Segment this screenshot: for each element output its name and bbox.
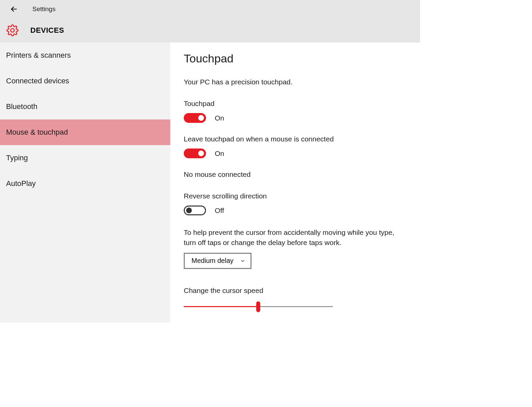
- cursor-speed-slider[interactable]: [184, 303, 333, 311]
- sidebar-item-printers-scanners[interactable]: Printers & scanners: [0, 43, 170, 68]
- header-sub-row: DEVICES: [0, 18, 420, 43]
- content-pane: Touchpad Your PC has a precision touchpa…: [170, 43, 420, 323]
- sidebar-item-label: Connected devices: [6, 77, 69, 85]
- sidebar-item-label: Mouse & touchpad: [6, 128, 68, 137]
- back-button[interactable]: [8, 3, 20, 15]
- touchpad-toggle-label: Touchpad: [184, 100, 403, 108]
- tap-delay-help-text: To help prevent the cursor from accident…: [184, 227, 403, 248]
- touchpad-toggle-row: On: [184, 113, 403, 123]
- sidebar-item-bluetooth[interactable]: Bluetooth: [0, 94, 170, 119]
- reverse-scroll-toggle-label: Reverse scrolling direction: [184, 192, 403, 200]
- slider-track-filled: [184, 306, 258, 307]
- section-title: DEVICES: [30, 26, 64, 35]
- reverse-scroll-toggle-state: Off: [215, 207, 224, 215]
- toggle-knob: [198, 115, 204, 121]
- body-container: Printers & scanners Connected devices Bl…: [0, 43, 420, 323]
- page-subheading: Your PC has a precision touchpad.: [184, 78, 403, 86]
- tap-delay-dropdown[interactable]: Medium delay: [184, 253, 252, 269]
- sidebar-item-label: Bluetooth: [6, 102, 37, 111]
- sidebar: Printers & scanners Connected devices Bl…: [0, 43, 170, 323]
- leave-on-toggle-state: On: [215, 150, 224, 158]
- reverse-scroll-toggle-row: Off: [184, 206, 403, 215]
- mouse-status: No mouse connected: [184, 170, 403, 179]
- slider-thumb[interactable]: [256, 301, 260, 312]
- reverse-scroll-toggle[interactable]: [184, 206, 206, 215]
- leave-on-toggle-label: Leave touchpad on when a mouse is connec…: [184, 135, 403, 143]
- tap-delay-selected: Medium delay: [191, 257, 234, 265]
- gear-icon: [6, 24, 19, 36]
- header-bar: Settings DEVICES: [0, 0, 420, 43]
- cursor-speed-label: Change the cursor speed: [184, 287, 403, 295]
- toggle-knob: [186, 208, 192, 213]
- touchpad-toggle-state: On: [215, 114, 224, 122]
- chevron-down-icon: [240, 258, 246, 264]
- header-title: Settings: [32, 5, 56, 13]
- sidebar-item-label: AutoPlay: [6, 179, 36, 188]
- sidebar-item-autoplay[interactable]: AutoPlay: [0, 171, 170, 196]
- sidebar-item-typing[interactable]: Typing: [0, 145, 170, 171]
- touchpad-toggle[interactable]: [184, 113, 206, 123]
- slider-track-empty: [258, 306, 333, 307]
- sidebar-item-label: Printers & scanners: [6, 51, 71, 60]
- sidebar-item-label: Typing: [6, 154, 28, 162]
- leave-on-toggle[interactable]: [184, 148, 206, 158]
- leave-on-toggle-row: On: [184, 148, 403, 158]
- sidebar-item-mouse-touchpad[interactable]: Mouse & touchpad: [0, 119, 170, 145]
- sidebar-item-connected-devices[interactable]: Connected devices: [0, 68, 170, 94]
- header-top-row: Settings: [0, 0, 420, 18]
- page-heading: Touchpad: [184, 52, 403, 65]
- toggle-knob: [198, 151, 204, 156]
- devices-icon: [5, 23, 20, 38]
- back-arrow-icon: [9, 5, 18, 13]
